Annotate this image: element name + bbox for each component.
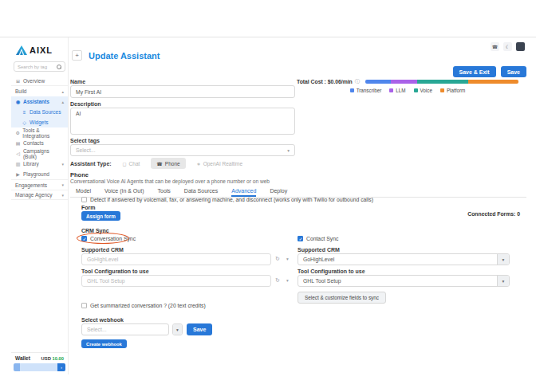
widgets-icon: ◇	[22, 120, 27, 125]
name-input[interactable]: My First AI	[70, 85, 295, 98]
legend-label: Voice	[420, 88, 432, 93]
page-title: Update Assistant	[89, 51, 160, 61]
sidebar-search-input[interactable]: Search by tag	[14, 61, 65, 72]
sidebar-item-data-sources[interactable]: ≡ Data Sources	[11, 107, 68, 117]
info-icon[interactable]: ⓘ	[355, 78, 360, 85]
sidebar-item-label: Campaigns (Bulk)	[23, 148, 64, 159]
refresh-icon[interactable]: ↻	[275, 256, 280, 262]
cost-segment-llm	[391, 80, 417, 84]
type-openai-realtime-button[interactable]: ∗ OpenAI Realtime	[191, 158, 249, 169]
tools-icon: ⚙	[15, 130, 20, 135]
sidebar-item-label: Manage Agency	[15, 192, 53, 198]
legend-swatch	[389, 88, 393, 92]
section-title: Phone	[70, 171, 89, 178]
create-webhook-button[interactable]: Create webhook	[81, 339, 127, 348]
name-label: Name	[70, 79, 85, 84]
sidebar-item-label: Playground	[23, 171, 49, 177]
app-window: AIXL Search by tag ⊞ Overview Build ▴ ◉ …	[0, 0, 536, 392]
tab-data-sources[interactable]: Data Sources	[184, 186, 218, 197]
conversation-sync-checkbox[interactable]	[81, 236, 87, 241]
crm-select[interactable]: GoHighLevel ▾	[298, 253, 510, 265]
tab-advanced[interactable]: Advanced	[231, 186, 256, 197]
overview-icon: ⊞	[15, 78, 21, 84]
assistant-type-label: Assistant Type:	[70, 161, 112, 167]
sidebar-item-tools-integrations[interactable]: ⚙ Tools & Integrations	[11, 127, 68, 138]
chevron-down-icon: ▾	[287, 148, 290, 153]
summary-checkbox[interactable]	[81, 303, 87, 308]
tool-config-label-left: Tool Configuration to use	[81, 269, 149, 274]
chevron-down-icon[interactable]: ▾	[286, 257, 289, 261]
sidebar: AIXL Search by tag ⊞ Overview Build ▴ ◉ …	[11, 37, 69, 374]
save-exit-button[interactable]: Save & Exit	[453, 66, 496, 77]
detect-voicemail-row: Detect if answered by voicemail, fax, or…	[81, 197, 373, 202]
summary-label: Get summarized conversation ? (20 text c…	[90, 303, 206, 308]
cost-segment-voice	[417, 80, 467, 84]
contacts-icon: ▤	[15, 140, 21, 146]
phone-icon: ☎	[156, 161, 162, 167]
detect-voicemail-checkbox[interactable]	[81, 197, 87, 202]
tags-select[interactable]: Select... ▾	[70, 144, 295, 156]
brand-logo: AIXL	[11, 37, 68, 60]
cost-segment-platform	[468, 80, 518, 84]
tags-label: Select tags	[70, 138, 100, 143]
section-description: Conversational Voice AI Agents that can …	[70, 178, 270, 184]
sidebar-menu: ⊞ Overview Build ▴ ◉ Assistants ▴ ≡ Data…	[11, 76, 68, 200]
tab-voice[interactable]: Voice (In & Out)	[104, 186, 144, 197]
connected-forms-count: Connected Forms: 0	[467, 211, 520, 217]
cost-segment-transcriber	[365, 80, 392, 84]
refresh-icon[interactable]: ↻	[275, 277, 280, 284]
profile-avatar[interactable]	[516, 42, 525, 51]
webhook-select[interactable]: Select...	[81, 323, 169, 335]
select-webhook-label: Select webhook	[81, 317, 124, 323]
wallet-amount: 10.00	[52, 356, 64, 361]
tab-deploy[interactable]: Deploy	[270, 186, 287, 197]
theme-icon[interactable]: ☾	[503, 42, 512, 51]
wallet-expand-button[interactable]: ›	[57, 363, 65, 371]
sidebar-item-label: Build	[15, 88, 26, 94]
sidebar-item-manage-agency[interactable]: Manage Agency ▾	[11, 190, 68, 200]
type-label: Phone	[165, 161, 180, 167]
chevron-down-icon: ▾	[497, 276, 509, 286]
tool-config-select[interactable]: GHL Tool Setup ▾	[298, 275, 510, 287]
phone-icon[interactable]: ☎	[491, 42, 499, 51]
tool-config-label-right: Tool Configuration to use	[298, 269, 365, 274]
campaigns-icon: ◁	[15, 151, 21, 156]
chevron-down-icon[interactable]: ▾	[286, 278, 289, 283]
type-chat-button[interactable]: ◻ Chat	[117, 158, 146, 169]
type-phone-button[interactable]: ☎ Phone	[151, 158, 185, 169]
detect-voicemail-label: Detect if answered by voicemail, fax, or…	[90, 197, 373, 202]
wallet-panel: Wallet USD 10.00 ›	[11, 352, 68, 374]
sidebar-item-overview[interactable]: ⊞ Overview	[11, 76, 68, 86]
sidebar-item-widgets[interactable]: ◇ Widgets	[11, 117, 68, 127]
summary-row: Get summarized conversation ? (20 text c…	[81, 303, 206, 308]
total-cost-panel: Total Cost : $0.06/min ⓘ Transcriber LLM…	[297, 78, 518, 93]
webhook-caret-button[interactable]: ▾	[172, 323, 183, 335]
description-input[interactable]: AI	[70, 108, 295, 135]
legend-swatch	[414, 88, 418, 92]
contact-sync-checkbox[interactable]	[298, 236, 303, 241]
sidebar-item-build[interactable]: Build ▴	[11, 86, 68, 96]
assign-form-button[interactable]: Assign form	[81, 211, 120, 221]
tab-model[interactable]: Model	[76, 186, 91, 197]
logo-triangle-icon	[16, 45, 27, 55]
chat-icon: ◻	[123, 161, 127, 167]
customize-fields-button[interactable]: Select & customize fields to sync	[298, 292, 386, 304]
sidebar-item-label: Contacts	[23, 140, 44, 146]
legend-item: Voice	[414, 88, 432, 93]
sidebar-item-engagements[interactable]: Engagements ▾	[11, 179, 68, 190]
sidebar-item-assistants[interactable]: ◉ Assistants ▴	[11, 96, 68, 107]
chevron-up-icon: ▴	[61, 100, 64, 104]
wallet-label: Wallet	[15, 355, 30, 361]
save-button[interactable]: Save	[501, 66, 526, 77]
sidebar-item-library[interactable]: ▥ Library ▾	[11, 159, 68, 169]
library-icon: ▥	[15, 161, 21, 167]
sidebar-item-label: Widgets	[30, 120, 48, 125]
webhook-save-button[interactable]: Save	[187, 323, 212, 335]
tool-config-value: GHL Tool Setup	[298, 276, 497, 286]
tab-tools[interactable]: Tools	[158, 186, 171, 197]
chevron-down-icon: ▾	[61, 162, 64, 167]
sidebar-item-campaigns[interactable]: ◁ Campaigns (Bulk)	[11, 148, 68, 159]
sidebar-item-playground[interactable]: ▶ Playground	[11, 169, 68, 179]
plus-icon[interactable]: +	[72, 50, 82, 61]
sidebar-item-contacts[interactable]: ▤ Contacts	[11, 138, 68, 148]
